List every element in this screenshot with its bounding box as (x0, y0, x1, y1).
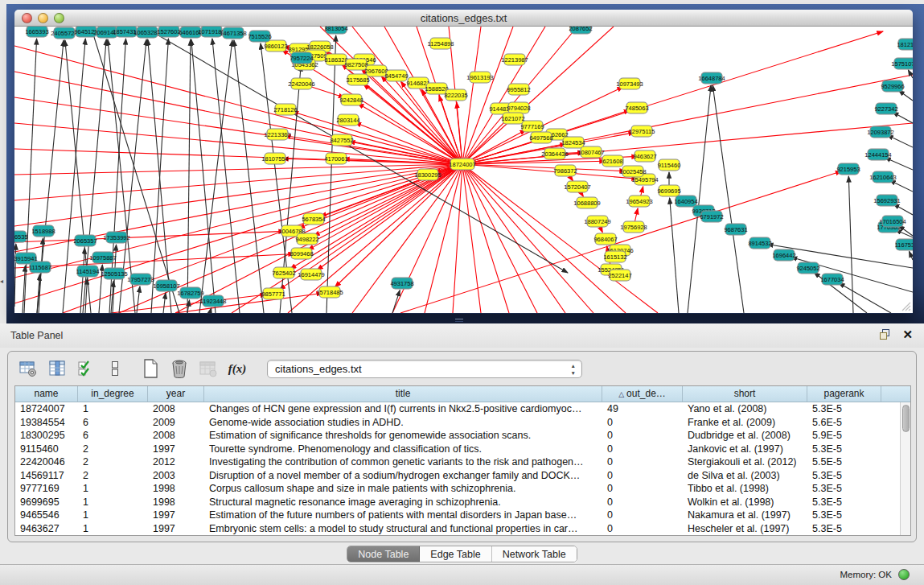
table-cell[interactable]: 1998 (148, 496, 204, 509)
graph-node[interactable]: 12093872 (867, 126, 893, 138)
table-cell[interactable]: 2009 (148, 416, 204, 430)
graph-node[interactable]: 2522147 (608, 270, 631, 281)
graph-edge[interactable] (848, 176, 853, 313)
graph-node[interactable]: 11254898 (428, 38, 454, 49)
graph-node[interactable]: 1677034 (820, 274, 844, 285)
table-cell[interactable]: 5.3E-5 (807, 443, 881, 456)
graph-node[interactable]: 621608 (602, 155, 623, 167)
table-cell[interactable]: 9115460 (15, 443, 78, 456)
graph-node[interactable]: 1145194 (76, 266, 100, 277)
graph-edge[interactable] (713, 85, 744, 313)
graph-node[interactable]: 1824534 (561, 137, 585, 148)
column-header-pagerank[interactable]: pagerank (807, 386, 881, 402)
table-cell[interactable]: Yano et al. (2008) (683, 402, 807, 416)
table-cell[interactable]: 0 (602, 482, 683, 496)
table-cell[interactable]: Disruption of a novel member of a sodium… (204, 469, 602, 483)
table-cell[interactable]: 0 (602, 469, 683, 483)
graph-edge[interactable] (151, 39, 168, 313)
table-cell[interactable]: 9465546 (15, 509, 78, 522)
table-cell[interactable]: 5.3E-5 (807, 402, 881, 416)
table-row[interactable]: 977716911998Corpus callosum shape and si… (15, 482, 910, 496)
graph-node[interactable]: 2803144 (336, 114, 359, 126)
table-cell[interactable]: 19384554 (15, 416, 78, 430)
table-scrollbar[interactable] (900, 402, 910, 535)
table-cell[interactable]: 5.3E-5 (807, 522, 881, 536)
column-header-short[interactable]: short (683, 386, 807, 402)
table-cell[interactable]: Nakamura et al. (1997) (683, 509, 807, 522)
graph-node[interactable]: 9115460 (658, 159, 681, 171)
column-header-name[interactable]: name (15, 386, 78, 402)
graph-edge[interactable] (462, 164, 658, 313)
graph-node[interactable]: 6791972 (700, 211, 723, 222)
graph-edge[interactable] (887, 135, 913, 147)
tab-edge-table[interactable]: Edge Table (420, 546, 491, 562)
table-cell[interactable]: 2 (78, 455, 148, 469)
graph-node[interactable]: 9245052 (796, 262, 819, 274)
graph-edge[interactable] (187, 39, 191, 313)
table-cell[interactable]: Franke et al. (2009) (683, 416, 807, 430)
graph-edge[interactable] (839, 282, 891, 313)
graph-node[interactable]: 10688809 (573, 197, 600, 208)
graph-node[interactable]: 8427552 (330, 134, 353, 146)
graph-node[interactable]: 2718126 (273, 104, 297, 115)
table-selector-dropdown[interactable]: citations_edges.txt ▲▼ (267, 360, 582, 378)
graph-node[interactable]: 15720407 (564, 181, 590, 192)
graph-node[interactable]: 7515526 (248, 31, 271, 42)
graph-edge[interactable] (163, 293, 166, 313)
graph-node[interactable]: 12213363 (264, 129, 290, 140)
graph-node[interactable]: 1696442 (772, 249, 795, 261)
table-cell[interactable]: Wolkin et al. (1998) (683, 496, 807, 509)
table-cell[interactable]: 5.5E-5 (807, 455, 881, 469)
table-cell[interactable]: de Silva et al. (2003) (683, 469, 807, 483)
table-cell[interactable]: 5.3E-5 (807, 496, 881, 509)
graph-edge[interactable] (335, 164, 462, 287)
table-cell[interactable]: 14569117 (15, 469, 78, 483)
table-cell[interactable]: 0 (602, 522, 683, 536)
table-cell[interactable]: Structural magnetic resonance image aver… (204, 496, 602, 509)
graph-node[interactable]: 18300295 (414, 169, 441, 180)
table-cell[interactable]: 2003 (148, 469, 204, 483)
graph-node[interactable]: 9955812 (507, 84, 530, 95)
table-cell[interactable]: Genome-wide association studies in ADHD. (204, 416, 602, 430)
table-cell[interactable]: 2008 (148, 429, 204, 443)
graph-node[interactable]: 15692931 (873, 195, 900, 206)
table-cell[interactable]: Jankovic et al. (1997) (683, 443, 807, 456)
graph-node[interactable]: 7625402 (272, 267, 295, 278)
table-cell[interactable]: Tibbo et al. (1998) (683, 482, 807, 496)
network-window[interactable]: citations_edges.txt 18724007986012389129… (14, 10, 913, 314)
table-cell[interactable]: 5.3E-5 (807, 509, 881, 522)
table-cell[interactable]: 0 (602, 496, 683, 509)
table-settings-icon[interactable] (18, 358, 39, 379)
table-cell[interactable]: 0 (602, 429, 683, 443)
graph-node[interactable]: 1115687 (29, 262, 51, 273)
table-row[interactable]: 946554611997Estimation of the future num… (15, 509, 910, 522)
graph-node[interactable]: 22420046 (288, 78, 314, 89)
graph-edge[interactable] (909, 251, 913, 260)
graph-node[interactable]: 10973493 (616, 78, 643, 89)
table-row[interactable]: 946362711997Embryonic stem cells: a mode… (15, 522, 910, 536)
graph-edge[interactable] (137, 286, 140, 313)
graph-node[interactable]: 9242848 (339, 94, 363, 105)
column-header-year[interactable]: year (148, 386, 204, 402)
attribute-table[interactable]: namein_degreeyeartitle△out_de…shortpager… (14, 385, 911, 536)
graph-node[interactable]: 8454749 (384, 70, 408, 81)
tab-node-table[interactable]: Node Table (347, 546, 420, 562)
graph-node[interactable]: 12444154 (864, 149, 891, 160)
graph-node[interactable]: 1167534 (895, 239, 913, 250)
table-cell[interactable]: 18300295 (15, 429, 78, 443)
graph-edge[interactable] (400, 171, 841, 313)
graph-edge[interactable] (14, 46, 462, 164)
graph-node[interactable]: 4931758 (390, 278, 413, 289)
table-cell[interactable]: 9699695 (15, 496, 78, 509)
table-cell[interactable]: 22420046 (15, 455, 78, 469)
graph-node[interactable]: 16914479 (298, 269, 324, 280)
table-cell[interactable]: 5.6E-5 (807, 416, 881, 430)
table-cell[interactable]: Hescheler et al. (1997) (683, 522, 807, 536)
table-cell[interactable]: Embryonic stem cells: a model to study s… (204, 522, 602, 536)
table-cell[interactable]: 5.3E-5 (807, 469, 881, 483)
graph-node[interactable]: 1640954 (674, 196, 697, 207)
table-cell[interactable]: 49 (602, 402, 683, 416)
graph-edge[interactable] (392, 290, 400, 313)
graph-node[interactable]: 18107554 (261, 153, 288, 164)
graph-node[interactable]: 8914532 (748, 237, 771, 249)
